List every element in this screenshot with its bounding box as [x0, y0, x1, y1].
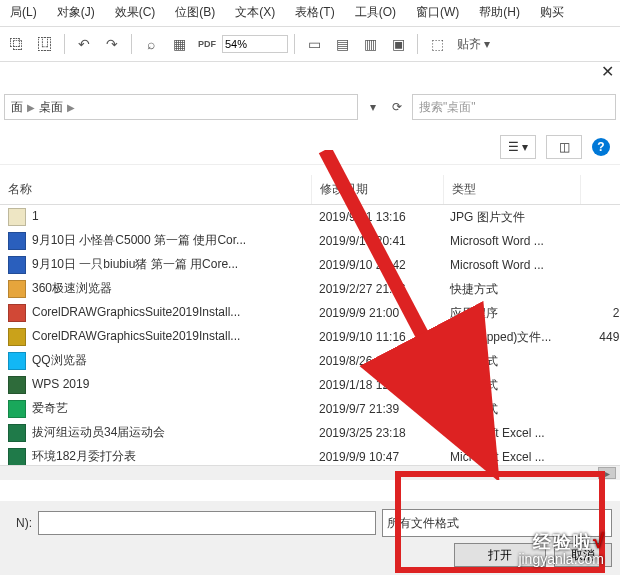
redo-icon[interactable]: ↷ [99, 31, 125, 57]
column-header-name[interactable]: 名称 [0, 175, 312, 204]
chevron-right-icon: ▶ [67, 102, 75, 113]
menu-item[interactable]: 效果(C) [105, 2, 166, 24]
address-bar: 面 ▶ 桌面 ▶ ▾ ⟳ 搜索"桌面" [0, 92, 620, 122]
column-header-type[interactable]: 类型 [444, 175, 581, 204]
undo-icon[interactable]: ↶ [71, 31, 97, 57]
snap-icon[interactable]: ⬚ [424, 31, 450, 57]
menu-bar: 局(L)对象(J)效果(C)位图(B)文本(X)表格(T)工具(O)窗口(W)帮… [0, 0, 620, 27]
file-row[interactable]: 360极速浏览器2019/2/27 21:56快捷方式3 K [0, 277, 620, 301]
file-row[interactable]: 9月10日 一只biubiu猪 第一篇 用Core...2019/9/10 21… [0, 253, 620, 277]
menu-item[interactable]: 位图(B) [165, 2, 225, 24]
file-type-label: 所有文件格式 [387, 515, 459, 532]
menu-item[interactable]: 局(L) [0, 2, 47, 24]
refresh-icon[interactable]: ⟳ [388, 98, 406, 116]
file-row[interactable]: QQ浏览器2019/8/26 12:09快捷方式3 K [0, 349, 620, 373]
column-header-row: 名称 修改日期 类型 大小 [0, 175, 620, 205]
file-row[interactable]: 爱奇艺2019/9/7 21:39快捷方式3 K [0, 397, 620, 421]
list-view-icon[interactable]: ☰ ▾ [500, 135, 536, 159]
file-row[interactable]: 12019/9/11 13:16JPG 图片文件77 K [0, 205, 620, 229]
file-icon [8, 448, 26, 466]
breadcrumb-part[interactable]: 桌面 [39, 99, 63, 116]
search-placeholder: 搜索"桌面" [419, 99, 476, 116]
align-button[interactable]: 贴齐 ▾ [452, 31, 495, 57]
file-icon [8, 352, 26, 370]
file-row[interactable]: CorelDRAWGraphicsSuite2019Install...2019… [0, 325, 620, 349]
file-icon [8, 280, 26, 298]
file-row[interactable]: 拔河组运动员34届运动会2019/3/25 23:18Microsoft Exc… [0, 421, 620, 445]
view-controls: ☰ ▾ ◫ ? [0, 130, 620, 165]
file-row[interactable]: CorelDRAWGraphicsSuite2019Install...2019… [0, 301, 620, 325]
file-icon [8, 328, 26, 346]
file-type-select[interactable]: 所有文件格式 ⌄ [382, 509, 612, 537]
help-icon[interactable]: ? [592, 138, 610, 156]
copy-icon[interactable]: ⿻ [4, 31, 30, 57]
breadcrumb-part[interactable]: 面 [11, 99, 23, 116]
menu-item[interactable]: 对象(J) [47, 2, 105, 24]
scroll-right-icon[interactable]: ▸ [598, 467, 616, 479]
filename-input[interactable] [38, 511, 376, 535]
search-icon[interactable]: ⌕ [138, 31, 164, 57]
layout4-icon[interactable]: ▣ [385, 31, 411, 57]
preview-pane-icon[interactable]: ◫ [546, 135, 582, 159]
menu-item[interactable]: 购买 [530, 2, 574, 24]
column-header-size[interactable]: 大小 [581, 175, 620, 204]
file-icon [8, 376, 26, 394]
toolbar: ⿻ ⿶ ↶ ↷ ⌕ ▦ PDF ▭ ▤ ▥ ▣ ⬚ 贴齐 ▾ [0, 27, 620, 62]
pdf-icon[interactable]: PDF [194, 31, 220, 57]
layout3-icon[interactable]: ▥ [357, 31, 383, 57]
dropdown-icon[interactable]: ▾ [364, 98, 382, 116]
file-icon [8, 400, 26, 418]
menu-item[interactable]: 表格(T) [285, 2, 344, 24]
breadcrumb[interactable]: 面 ▶ 桌面 ▶ [4, 94, 358, 120]
close-icon[interactable]: ✕ [601, 62, 614, 81]
layout2-icon[interactable]: ▤ [329, 31, 355, 57]
menu-item[interactable]: 工具(O) [345, 2, 406, 24]
grid-icon[interactable]: ▦ [166, 31, 192, 57]
file-icon [8, 424, 26, 442]
paste-icon[interactable]: ⿶ [32, 31, 58, 57]
menu-item[interactable]: 文本(X) [225, 2, 285, 24]
file-icon [8, 256, 26, 274]
search-input[interactable]: 搜索"桌面" [412, 94, 616, 120]
chevron-down-icon: ⌄ [597, 516, 607, 530]
file-row[interactable]: WPS 20192019/1/18 12:57快捷方式2 K [0, 373, 620, 397]
menu-item[interactable]: 窗口(W) [406, 2, 469, 24]
file-icon [8, 304, 26, 322]
cancel-button[interactable]: 取消 [554, 543, 612, 567]
layout1-icon[interactable]: ▭ [301, 31, 327, 57]
chevron-right-icon: ▶ [27, 102, 35, 113]
zoom-input[interactable] [222, 35, 288, 53]
file-row[interactable]: 9月10日 小怪兽C5000 第一篇 使用Cor...2019/9/10 20:… [0, 229, 620, 253]
menu-item[interactable]: 帮助(H) [469, 2, 530, 24]
column-header-date[interactable]: 修改日期 [312, 175, 444, 204]
filename-label: N): [8, 516, 32, 530]
horizontal-scrollbar[interactable]: ▸ [0, 465, 620, 480]
open-button[interactable]: 打开 [454, 543, 546, 567]
file-list: 名称 修改日期 类型 大小 12019/9/11 13:16JPG 图片文件77… [0, 175, 620, 470]
file-icon [8, 232, 26, 250]
file-icon [8, 208, 26, 226]
dialog-footer: N): 所有文件格式 ⌄ 打开 取消 [0, 501, 620, 575]
